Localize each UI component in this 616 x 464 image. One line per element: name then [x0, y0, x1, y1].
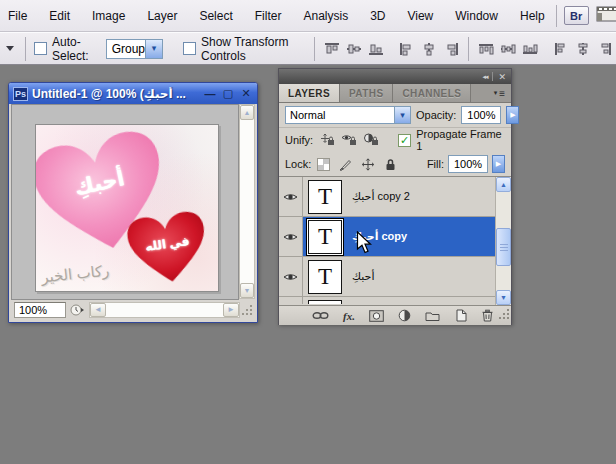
align-right-edges-icon[interactable]	[441, 40, 461, 58]
distribute-bottom-edges-icon[interactable]	[520, 40, 540, 58]
unify-style-icon[interactable]	[362, 133, 379, 148]
distribute-left-edges-icon[interactable]	[551, 40, 571, 58]
status-info-icon[interactable]	[69, 302, 86, 318]
delete-layer-icon[interactable]	[481, 309, 494, 322]
menu-filter[interactable]: Filter	[244, 9, 293, 23]
layer-row[interactable]: T أحبكِ copy 2	[279, 177, 511, 217]
artwork-image[interactable]: أحبكِ في الله	[35, 124, 219, 292]
distribute-top-edges-icon[interactable]	[476, 40, 496, 58]
collapse-to-icons-icon[interactable]: ◂◂	[482, 73, 487, 81]
document-vertical-scrollbar[interactable]: ▲ ▼	[239, 104, 255, 299]
maximize-button[interactable]: ▢	[221, 87, 235, 100]
tab-paths[interactable]: PATHS	[340, 84, 393, 102]
align-left-edges-icon[interactable]	[397, 40, 417, 58]
panel-resize-grip[interactable]	[499, 306, 510, 324]
visibility-cell[interactable]	[279, 217, 303, 256]
fill-label: Fill:	[427, 158, 444, 170]
lock-all-icon[interactable]	[382, 157, 399, 172]
align-horizontal-centers-icon[interactable]	[419, 40, 439, 58]
scroll-thumb[interactable]	[496, 228, 511, 266]
menu-edit[interactable]: Edit	[38, 9, 81, 23]
text-layer-thumbnail[interactable]: T	[308, 260, 342, 294]
photoshop-document-icon: Ps	[13, 87, 28, 101]
distribute-vertical-centers-icon[interactable]	[498, 40, 518, 58]
unify-label: Unify:	[285, 134, 313, 146]
align-vertical-centers-icon[interactable]	[344, 40, 364, 58]
menu-image[interactable]: Image	[81, 9, 136, 23]
fill-field[interactable]: 100%	[448, 155, 488, 173]
document-horizontal-scrollbar[interactable]: ◄ ►	[89, 302, 240, 318]
unify-visibility-icon[interactable]	[340, 133, 357, 148]
scroll-track[interactable]	[496, 192, 511, 290]
menu-file[interactable]: File	[0, 9, 38, 23]
unify-position-icon[interactable]	[318, 133, 335, 148]
menu-help[interactable]: Help	[509, 9, 556, 23]
scroll-track[interactable]	[106, 303, 223, 317]
tab-channels[interactable]: CHANNELS	[393, 84, 471, 102]
visibility-cell[interactable]	[279, 177, 303, 216]
text-layer-thumbnail[interactable]: T	[308, 220, 342, 254]
opacity-field[interactable]: 100%	[461, 106, 501, 124]
auto-select-checkbox[interactable]	[34, 42, 47, 55]
canvas-area[interactable]: أحبكِ في الله	[11, 104, 239, 300]
propagate-frame-checkbox[interactable]: ✓	[398, 134, 411, 147]
opacity-slider-icon[interactable]: ▶	[506, 106, 519, 124]
lock-position-icon[interactable]	[359, 157, 376, 172]
scroll-up-icon[interactable]: ▲	[240, 105, 254, 120]
panel-tabs: LAYERS PATHS CHANNELS ▾ ≡	[279, 84, 511, 103]
auto-select-group-dropdown[interactable]: Group ▾	[106, 39, 163, 59]
tool-preset-dropdown-icon[interactable]	[6, 46, 14, 51]
align-top-edges-icon[interactable]	[322, 40, 342, 58]
document-title-bar[interactable]: Ps Untitled-1 @ 100% (أحبكِ ... — ▢ ✕	[9, 83, 257, 104]
launch-bridge-button[interactable]: Br	[564, 6, 589, 25]
chevron-down-icon[interactable]: ▾	[394, 107, 410, 123]
layer-name[interactable]: أحبكِ	[352, 270, 374, 283]
menu-view[interactable]: View	[396, 9, 444, 23]
align-bottom-edges-icon[interactable]	[366, 40, 386, 58]
zoom-level-field[interactable]: 100%	[14, 302, 66, 318]
scroll-left-icon[interactable]: ◄	[90, 303, 106, 317]
blend-mode-dropdown[interactable]: Normal ▾	[285, 106, 411, 124]
text-layer-thumbnail[interactable]: T	[308, 180, 342, 214]
scroll-up-icon[interactable]: ▲	[496, 177, 511, 192]
tab-layers[interactable]: LAYERS	[279, 84, 340, 102]
distribute-horizontal-centers-icon[interactable]	[573, 40, 593, 58]
layers-scrollbar[interactable]: ▲ ▼	[495, 177, 511, 305]
layer-style-icon[interactable]: fx.	[343, 310, 355, 322]
menu-layer[interactable]: Layer	[136, 9, 188, 23]
adjustment-layer-icon[interactable]	[398, 309, 411, 322]
lock-label: Lock:	[285, 158, 311, 170]
layer-row-partial[interactable]	[279, 297, 511, 304]
window-resize-grip[interactable]	[240, 302, 255, 318]
new-group-icon[interactable]	[425, 310, 440, 322]
menu-analysis[interactable]: Analysis	[292, 9, 359, 23]
layer-row-selected[interactable]: T أحبكِ copy	[279, 217, 511, 257]
layer-row[interactable]: T أحبكِ	[279, 257, 511, 297]
lock-pixels-icon[interactable]	[336, 157, 353, 172]
fill-slider-icon[interactable]: ▶	[492, 155, 505, 173]
panel-menu-icon[interactable]: ▾	[494, 89, 498, 97]
menu-window[interactable]: Window	[444, 9, 509, 23]
minimize-button[interactable]: —	[203, 88, 217, 100]
layer-name[interactable]: أحبكِ copy 2	[352, 190, 410, 203]
scroll-down-icon[interactable]: ▼	[496, 290, 511, 305]
menu-select[interactable]: Select	[188, 9, 243, 23]
new-layer-icon[interactable]	[454, 309, 467, 322]
eye-icon	[283, 232, 298, 242]
close-button[interactable]: ✕	[239, 87, 253, 100]
link-layers-icon[interactable]	[312, 311, 329, 320]
distribute-right-edges-icon[interactable]	[595, 40, 615, 58]
arrange-documents-icon[interactable]	[596, 5, 616, 26]
chevron-down-icon[interactable]: ▾	[145, 40, 162, 58]
panel-header-bar[interactable]: ◂◂ ✕	[279, 69, 511, 84]
add-layer-mask-icon[interactable]	[369, 310, 384, 322]
show-transform-controls-checkbox[interactable]	[183, 42, 196, 55]
panel-menu-lines-icon[interactable]: ≡	[499, 88, 505, 99]
panel-close-icon[interactable]: ✕	[498, 72, 506, 82]
scroll-down-icon[interactable]: ▼	[240, 283, 254, 298]
scroll-right-icon[interactable]: ►	[223, 303, 239, 317]
visibility-cell[interactable]	[279, 257, 303, 296]
scroll-track[interactable]	[240, 120, 254, 283]
menu-3d[interactable]: 3D	[359, 9, 396, 23]
lock-transparency-icon[interactable]	[317, 158, 330, 171]
